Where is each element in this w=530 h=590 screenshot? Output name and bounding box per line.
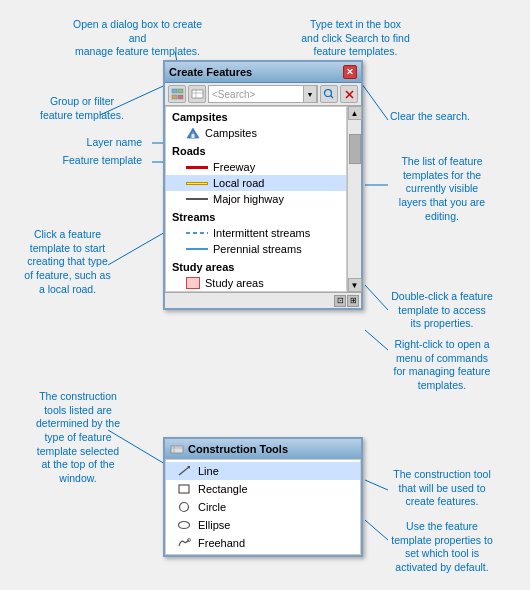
scroll-down-button[interactable]: ▼	[348, 278, 362, 292]
tool-label-circle: Circle	[198, 501, 226, 513]
svg-point-33	[179, 522, 190, 529]
circle-tool-icon	[176, 500, 192, 514]
search-dropdown[interactable]: ▼	[303, 85, 317, 103]
organizer-button[interactable]	[168, 85, 186, 103]
feature-label-local-road: Local road	[213, 177, 264, 189]
tool-label-rectangle: Rectangle	[198, 483, 248, 495]
freeway-icon	[186, 166, 208, 169]
feature-label-study-areas: Study areas	[205, 277, 264, 289]
intermittent-icon	[186, 232, 208, 234]
search-clear-button[interactable]	[340, 85, 358, 103]
feature-item-freeway[interactable]: Freeway	[166, 159, 346, 175]
annotation-feature-template: Feature template	[32, 154, 142, 168]
freehand-tool-icon	[176, 536, 192, 550]
rectangle-tool-icon	[176, 482, 192, 496]
tool-item-rectangle[interactable]: Rectangle	[166, 480, 360, 498]
tools-titlebar: Construction Tools	[165, 439, 361, 459]
feature-label-intermittent: Intermittent streams	[213, 227, 310, 239]
annotation-type-text: Type text in the boxand click Search to …	[278, 18, 433, 59]
feature-item-major-highway[interactable]: Major highway	[166, 191, 346, 207]
feature-item-local-road[interactable]: Local road	[166, 175, 346, 191]
panel-close-button[interactable]: ✕	[343, 65, 357, 79]
svg-rect-14	[172, 95, 177, 99]
annotation-click-feature: Click a featuretemplate to startcreating…	[10, 228, 125, 296]
scrollbar[interactable]: ▲ ▼	[347, 106, 361, 292]
svg-rect-15	[178, 95, 183, 99]
svg-point-32	[180, 503, 189, 512]
svg-line-29	[179, 467, 189, 475]
svg-rect-12	[172, 89, 177, 93]
tools-panel-title: Construction Tools	[188, 443, 288, 455]
svg-point-19	[325, 90, 332, 97]
features-list: Campsites Campsites Roads Freeway	[165, 106, 347, 292]
feature-label-major-highway: Major highway	[213, 193, 284, 205]
template-manager-button[interactable]	[188, 85, 206, 103]
annotation-construction-tools: The constructiontools listed aredetermin…	[8, 390, 148, 485]
panel-toolbar: <Search> ▼	[165, 83, 361, 106]
study-areas-icon	[186, 277, 200, 289]
perennial-icon	[186, 248, 208, 250]
feature-label-perennial: Perennial streams	[213, 243, 302, 255]
campsite-icon	[186, 127, 200, 139]
local-road-icon	[186, 182, 208, 185]
annotation-use-properties: Use the featuretemplate properties toset…	[368, 520, 516, 575]
feature-label-campsites: Campsites	[205, 127, 257, 139]
annotation-layer-name: Layer name	[52, 136, 142, 150]
annotation-double-click: Double-click a featuretemplate to access…	[368, 290, 516, 331]
line-tool-icon	[176, 464, 192, 478]
search-input-text: <Search>	[209, 89, 303, 100]
tools-list: Line Rectangle Circle	[165, 459, 361, 555]
construction-tools-panel: Construction Tools Line Rectangle	[163, 437, 363, 557]
feature-item-intermittent[interactable]: Intermittent streams	[166, 225, 346, 241]
svg-rect-26	[171, 446, 183, 453]
feature-item-perennial[interactable]: Perennial streams	[166, 241, 346, 257]
svg-rect-16	[192, 90, 203, 98]
tool-item-circle[interactable]: Circle	[166, 498, 360, 516]
create-features-panel: Create Features ✕ <Search> ▼	[163, 60, 363, 310]
svg-line-20	[331, 96, 334, 99]
tool-item-freehand[interactable]: Freehand	[166, 534, 360, 552]
layer-group-campsites: Campsites	[166, 107, 346, 125]
feature-item-study-areas[interactable]: Study areas	[166, 275, 346, 291]
scroll-up-button[interactable]: ▲	[348, 106, 362, 120]
annotation-feature-list: The list of featuretemplates for thecurr…	[368, 155, 516, 223]
annotation-clear-search: Clear the search.	[365, 110, 495, 124]
feature-label-freeway: Freeway	[213, 161, 255, 173]
layer-group-streams: Streams	[166, 207, 346, 225]
bottom-icon-1[interactable]: ⊡	[334, 295, 346, 307]
svg-rect-31	[179, 485, 189, 493]
tool-item-ellipse[interactable]: Ellipse	[166, 516, 360, 534]
annotation-group-filter: Group or filterfeature templates.	[22, 95, 142, 122]
search-go-button[interactable]	[320, 85, 338, 103]
ellipse-tool-icon	[176, 518, 192, 532]
layer-group-study-areas: Study areas	[166, 257, 346, 275]
panel-titlebar: Create Features ✕	[165, 62, 361, 83]
tool-label-line: Line	[198, 465, 219, 477]
annotation-construction-tool-used: The construction toolthat will be used t…	[368, 468, 516, 509]
scrollbar-thumb[interactable]	[349, 134, 361, 164]
panel-bottom-bar: ⊡ ⊞	[165, 292, 361, 308]
major-highway-icon	[186, 198, 208, 200]
svg-rect-25	[192, 134, 195, 138]
annotation-right-click: Right-click to open amenu of commandsfor…	[368, 338, 516, 393]
feature-item-campsites[interactable]: Campsites	[166, 125, 346, 141]
panel-title: Create Features	[169, 66, 252, 78]
bottom-icon-2[interactable]: ⊞	[347, 295, 359, 307]
tools-icon	[169, 442, 185, 456]
svg-rect-13	[178, 89, 183, 93]
annotation-open-dialog: Open a dialog box to create andmanage fe…	[65, 18, 210, 59]
tool-label-freehand: Freehand	[198, 537, 245, 549]
tool-label-ellipse: Ellipse	[198, 519, 230, 531]
layer-group-roads: Roads	[166, 141, 346, 159]
tool-item-line[interactable]: Line	[166, 462, 360, 480]
